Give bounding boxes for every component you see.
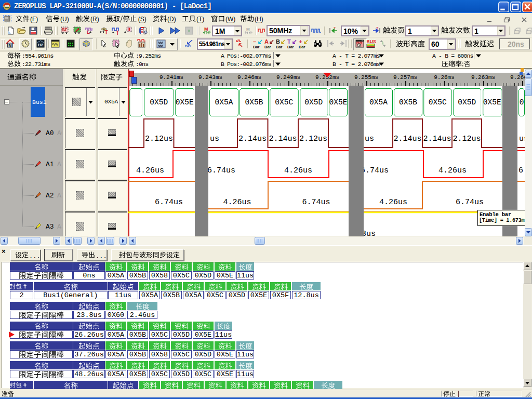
svg-text:M: M bbox=[246, 27, 250, 32]
svg-text:H2: H2 bbox=[38, 43, 44, 47]
svg-text:T: T bbox=[287, 39, 291, 45]
svg-text:+: + bbox=[299, 39, 302, 45]
svg-text:Bar: Bar bbox=[264, 45, 271, 49]
svg-text:Bar: Bar bbox=[287, 45, 294, 49]
svg-text:Bar: Bar bbox=[299, 45, 305, 49]
svg-text:B: B bbox=[276, 39, 280, 45]
svg-text:A: A bbox=[264, 39, 269, 45]
svg-text:N: N bbox=[9, 43, 12, 48]
svg-text:T: T bbox=[105, 30, 108, 35]
svg-text:Bar: Bar bbox=[253, 45, 260, 49]
svg-text:–: – bbox=[253, 39, 256, 45]
svg-text:T: T bbox=[116, 30, 119, 35]
svg-text:Bar: Bar bbox=[276, 45, 283, 49]
svg-text:BUS: BUS bbox=[367, 39, 376, 44]
